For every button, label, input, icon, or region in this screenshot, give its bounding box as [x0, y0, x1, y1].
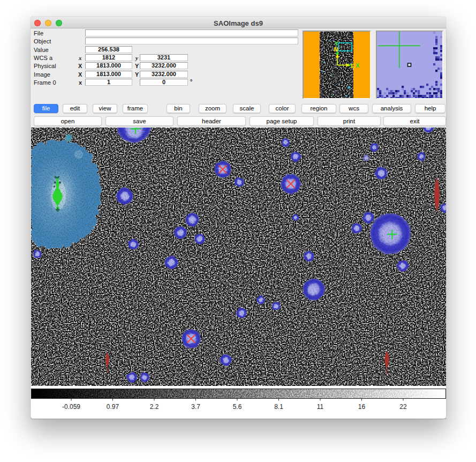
svg-text:E: E — [351, 63, 355, 69]
svg-text:X: X — [356, 62, 360, 69]
svg-text:N: N — [334, 46, 338, 53]
